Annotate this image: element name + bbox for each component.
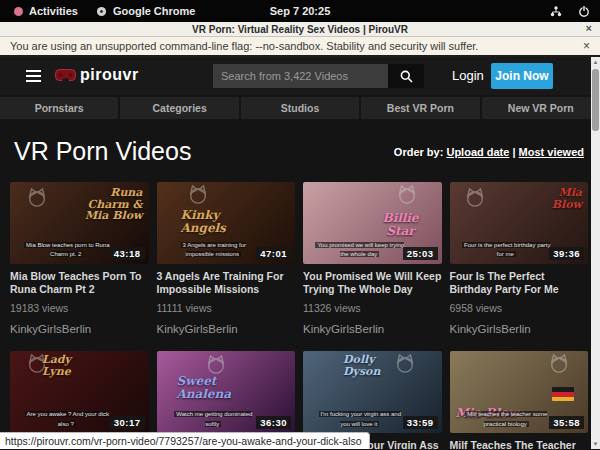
video-card[interactable]: Billie Star You promised we will keep tr… (303, 182, 442, 335)
page-title: VR Porn Videos (14, 137, 191, 166)
nav-item-categories[interactable]: Categories (120, 97, 238, 119)
activities-button[interactable]: Activities (14, 5, 78, 17)
active-app-button[interactable]: Google Chrome (96, 5, 196, 17)
thumbnail-overlay-title: Dolly Dyson (343, 354, 407, 377)
menu-icon[interactable] (26, 70, 41, 85)
main-nav: Pornstars Categories Studios Best VR Por… (0, 97, 600, 119)
power-icon[interactable] (578, 5, 590, 17)
duration-badge: 36:30 (256, 416, 291, 429)
video-views: 19183 views (10, 302, 149, 314)
browser-tab-bar: VR Porn: Virtual Reality Sex Videos | Pi… (0, 22, 600, 37)
video-card[interactable]: Kinky Angels 3 Angels are training for i… (157, 182, 296, 335)
browser-viewport: pirouvr Login Join Now Pornstars Categor… (0, 57, 600, 449)
duration-badge: 25:03 (403, 247, 438, 260)
order-link-upload-date[interactable]: Upload date (446, 146, 509, 158)
video-studio-link[interactable]: KinkyGirlsBerlin (10, 323, 149, 335)
studio-cat-logo-icon (464, 188, 486, 208)
duration-badge: 33:59 (403, 416, 438, 429)
thumbnail-overlay-title: Lady Lyne (42, 354, 88, 377)
video-studio-link[interactable]: KinkyGirlsBerlin (450, 323, 589, 335)
studio-cat-logo-icon (26, 188, 48, 208)
studio-cat-logo-icon (187, 185, 209, 205)
tab-close-icon[interactable]: × (586, 22, 592, 34)
thumbnail-overlay-title: Kinky Angels (181, 209, 241, 234)
thumbnail-overlay-title: Mia Blow (526, 187, 582, 210)
video-studio-link[interactable]: KinkyGirlsBerlin (157, 323, 296, 335)
video-thumbnail[interactable]: Mia Blow Four is the perfect birthday pa… (450, 182, 589, 264)
thumbnail-caption: 3 Angels are training for impossible mis… (168, 241, 259, 260)
thumbnail-overlay-title: Billie Star (372, 212, 430, 237)
video-thumbnail[interactable]: Runa Charm & Mia Blow Mia Blow teaches p… (10, 182, 149, 264)
nav-item-best-vr[interactable]: Best VR Porn (361, 97, 479, 119)
search-icon (400, 70, 413, 83)
search-input[interactable] (213, 64, 388, 88)
video-views: 6958 views (450, 302, 589, 314)
nav-item-new-vr[interactable]: New VR Porn (482, 97, 600, 119)
thumbnail-overlay-title: Sweet Analena (177, 375, 247, 400)
video-title[interactable]: You Promised We Will Keep Trying The Who… (303, 270, 442, 296)
site-logo[interactable]: pirouvr (55, 66, 139, 84)
german-flag-icon (552, 387, 574, 401)
activities-label: Activities (29, 5, 78, 17)
video-card[interactable]: Mia Blow Milf teaches the teacher some p… (450, 351, 589, 449)
video-card[interactable]: Mia Blow Four is the perfect birthday pa… (450, 182, 589, 335)
video-thumbnail[interactable]: Dolly Dyson I'm fucking your virgin ass … (303, 351, 442, 433)
login-link[interactable]: Login (452, 68, 484, 83)
nav-item-studios[interactable]: Studios (241, 97, 359, 119)
thumbnail-caption: Four is the perfect birthday party for m… (461, 241, 552, 260)
video-views: 11326 views (303, 302, 442, 314)
thumbnail-caption: Watch me getting dominated softly (168, 410, 259, 429)
studio-cat-logo-icon (205, 355, 227, 375)
duration-badge: 35:58 (549, 416, 584, 429)
order-link-most-viewed[interactable]: Most viewed (519, 146, 584, 158)
active-app-label: Google Chrome (113, 5, 196, 17)
vr-goggles-icon (55, 69, 76, 82)
thumbnail-caption: Are you awake ? And your dick also ? (21, 410, 112, 429)
chrome-icon (96, 6, 107, 17)
sandbox-warning-bar: You are using an unsupported command-lin… (0, 37, 600, 57)
video-title[interactable]: Mia Blow Teaches Porn To Runa Charm Pt 2 (10, 270, 149, 296)
duration-badge: 30:17 (110, 416, 145, 429)
logo-text: pirouvr (80, 66, 139, 84)
scrollbar-thumb[interactable] (592, 69, 599, 131)
video-thumbnail[interactable]: Kinky Angels 3 Angels are training for i… (157, 182, 296, 264)
duration-badge: 43:18 (110, 247, 145, 260)
video-card[interactable]: Runa Charm & Mia Blow Mia Blow teaches p… (10, 182, 149, 335)
distro-icon (14, 7, 23, 16)
video-studio-link[interactable]: KinkyGirlsBerlin (303, 323, 442, 335)
video-thumbnail[interactable]: Lady Lyne Are you awake ? And your dick … (10, 351, 149, 433)
scrollbar-up-icon[interactable]: ▲ (591, 59, 600, 65)
tab-title[interactable]: VR Porn: Virtual Reality Sex Videos | Pi… (192, 24, 408, 35)
video-thumbnail[interactable]: Mia Blow Milf teaches the teacher some p… (450, 351, 589, 433)
video-thumbnail[interactable]: Sweet Analena Watch me getting dominated… (157, 351, 296, 433)
join-now-button[interactable]: Join Now (491, 63, 553, 89)
system-top-bar: Activities Google Chrome Sep 7 20:25 (0, 0, 600, 22)
network-icon[interactable] (550, 5, 562, 17)
video-views: 11111 views (157, 302, 296, 314)
warning-message: You are using an unsupported command-lin… (10, 40, 478, 52)
scrollbar[interactable]: ▲ ▼ (591, 57, 600, 449)
clock[interactable]: Sep 7 20:25 (270, 5, 331, 17)
order-by: Order by: Upload date | Most viewed (394, 146, 584, 158)
video-title[interactable]: Four Is The Perfect Birthday Party For M… (450, 270, 589, 296)
search-button[interactable] (388, 64, 424, 88)
duration-badge: 39:36 (549, 247, 584, 260)
status-bar-url: https://pirouvr.com/vr-porn-video/779325… (0, 432, 370, 449)
thumbnail-overlay-title: Runa Charm & Mia Blow (73, 187, 143, 222)
duration-badge: 47:01 (256, 247, 291, 260)
thumbnail-caption: I'm fucking your virgin ass and you will… (314, 410, 405, 429)
site-header: pirouvr Login Join Now (0, 57, 600, 95)
video-title[interactable]: Milf Teaches The Teacher Some Practical … (450, 439, 589, 449)
warning-close-icon[interactable]: × (583, 39, 590, 53)
thumbnail-caption: You promised we will keep trying the who… (314, 241, 405, 260)
order-separator: | (512, 146, 515, 158)
thumbnail-caption: Milf teaches the teacher some practical … (461, 410, 552, 429)
nav-item-pornstars[interactable]: Pornstars (0, 97, 118, 119)
video-thumbnail[interactable]: Billie Star You promised we will keep tr… (303, 182, 442, 264)
scrollbar-down-icon[interactable]: ▼ (591, 441, 600, 447)
studio-cat-logo-icon (396, 185, 418, 205)
order-by-label: Order by: (394, 146, 444, 158)
thumbnail-caption: Mia Blow teaches porn to Runa Charm pt. … (21, 241, 112, 260)
video-grid: Runa Charm & Mia Blow Mia Blow teaches p… (0, 182, 600, 449)
video-title[interactable]: 3 Angels Are Training For Impossible Mis… (157, 270, 296, 296)
